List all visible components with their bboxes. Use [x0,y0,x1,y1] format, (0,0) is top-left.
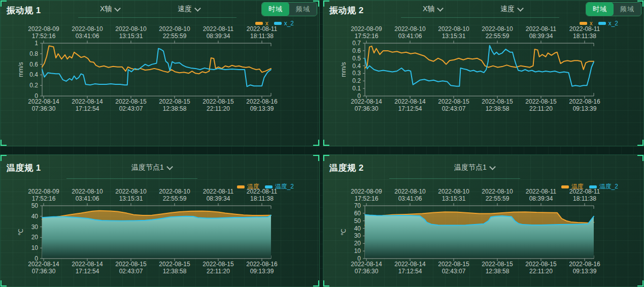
svg-text:40: 40 [354,225,361,232]
axis-select-dropdown[interactable]: X轴 [100,5,120,14]
legend-label: 温度 [571,182,584,191]
node-select-dropdown[interactable]: 温度节点1 [131,163,172,172]
corner-accent [323,140,329,146]
legend-item[interactable]: x [255,20,268,27]
metric-select-dropdown[interactable]: 速度 [178,5,200,14]
corner-accent [1,140,7,146]
svg-text:℃: ℃ [17,229,24,235]
svg-text:2022-08-14: 2022-08-14 [28,261,59,268]
axis-select-dropdown[interactable]: X轴 [423,5,443,14]
vibration-line-chart-1[interactable]: 2022-08-0917:52:162022-08-1003:41:062022… [1,23,310,124]
svg-text:07:36:30: 07:36:30 [32,105,56,112]
temperature-area-chart-2[interactable]: 2022-08-0917:52:162022-08-1003:41:062022… [323,185,633,287]
svg-text:2022-08-14: 2022-08-14 [28,98,59,105]
time-domain-button[interactable]: 时域 [586,3,614,16]
svg-text:03:41:06: 03:41:06 [76,33,99,40]
legend-swatch [255,22,263,25]
svg-text:0.7: 0.7 [352,40,361,47]
svg-text:18:11:38: 18:11:38 [250,33,274,40]
svg-text:2022-08-16: 2022-08-16 [246,261,278,268]
panel-vibration-2: 振动规 2 X轴 速度 时域 频域 x x_2 2022-08-0917:52:… [323,0,644,146]
svg-text:2022-08-14: 2022-08-14 [72,98,103,105]
svg-text:20: 20 [31,234,39,241]
svg-text:08:39:34: 08:39:34 [207,33,230,40]
legend-item[interactable]: 温度 [561,182,584,191]
corner-accent [637,280,643,286]
chevron-down-icon [166,164,173,170]
panel-title: 温度规 1 [7,162,41,174]
dropdown-value: 温度节点1 [454,163,487,172]
svg-text:2022-08-15: 2022-08-15 [202,98,234,105]
dropdown-value: 速度 [500,5,515,14]
metric-select-dropdown[interactable]: 速度 [500,5,523,14]
svg-text:13:15:31: 13:15:31 [119,33,143,40]
svg-text:2022-08-15: 2022-08-15 [438,261,469,268]
svg-text:2022-08-10: 2022-08-10 [438,188,469,195]
dropdown-value: 温度节点1 [131,163,164,172]
legend-item[interactable]: 温度 [237,182,259,191]
svg-text:2022-08-15: 2022-08-15 [159,261,190,268]
svg-text:mm/s: mm/s [17,62,24,77]
svg-text:2022-08-09: 2022-08-09 [351,25,382,33]
svg-text:2022-08-10: 2022-08-10 [72,188,103,195]
chevron-down-icon [437,5,444,12]
svg-text:2022-08-09: 2022-08-09 [28,188,59,195]
corner-accent [323,280,329,286]
svg-text:2022-08-09: 2022-08-09 [351,188,382,195]
panel-title: 温度规 2 [329,162,364,174]
legend-label: x_2 [284,20,294,27]
legend-item[interactable]: x_2 [598,20,618,27]
panel-title: 振动规 1 [7,5,41,16]
svg-text:07:36:30: 07:36:30 [355,105,379,112]
legend-item[interactable]: x [580,20,593,27]
svg-text:2022-08-11: 2022-08-11 [526,188,557,195]
svg-text:0.2: 0.2 [352,77,361,84]
corner-accent [313,155,319,161]
svg-text:0: 0 [357,255,361,262]
legend-swatch [598,22,606,25]
dropdown-value: X轴 [423,5,434,14]
temperature-area-chart-1[interactable]: 2022-08-0917:52:162022-08-1003:41:062022… [1,185,310,287]
time-domain-button[interactable]: 时域 [262,3,289,16]
svg-text:2022-08-14: 2022-08-14 [394,98,426,105]
svg-text:0.6: 0.6 [352,47,361,54]
svg-text:0.6: 0.6 [29,61,38,68]
svg-text:17:52:16: 17:52:16 [32,195,56,202]
legend-item[interactable]: x_2 [274,20,294,27]
svg-text:0.1: 0.1 [352,85,361,92]
svg-text:2022-08-10: 2022-08-10 [72,25,103,33]
legend-swatch [274,22,282,25]
corner-accent [637,155,643,161]
svg-text:10: 10 [31,244,39,251]
svg-text:60: 60 [354,210,361,217]
legend-item[interactable]: 温度_2 [265,182,294,191]
svg-text:2022-08-11: 2022-08-11 [203,188,234,195]
svg-text:22:55:59: 22:55:59 [163,33,187,40]
svg-text:2022-08-10: 2022-08-10 [159,25,190,33]
svg-text:17:52:16: 17:52:16 [355,33,379,40]
chevron-down-icon [114,5,121,12]
legend-label: x [590,20,593,27]
svg-text:03:41:06: 03:41:06 [398,195,422,202]
dropdown-underline [78,17,236,18]
frequency-domain-button[interactable]: 频域 [289,3,317,16]
mode-toggle-group: 时域 频域 [586,2,641,16]
frequency-domain-button[interactable]: 频域 [614,3,641,16]
node-select-dropdown[interactable]: 温度节点1 [454,163,495,172]
legend-item[interactable]: 温度_2 [589,182,618,191]
svg-text:17:12:54: 17:12:54 [398,105,422,112]
legend-label: 温度_2 [275,182,294,191]
svg-text:2022-08-15: 2022-08-15 [525,98,557,105]
svg-text:2022-08-15: 2022-08-15 [115,98,147,105]
svg-text:2022-08-15: 2022-08-15 [482,261,513,268]
corner-accent [1,155,7,161]
svg-text:09:13:39: 09:13:39 [250,268,274,275]
svg-text:18:11:38: 18:11:38 [250,195,274,202]
svg-text:2022-08-10: 2022-08-10 [482,188,513,195]
svg-text:17:12:54: 17:12:54 [76,268,99,275]
dashboard-grid: 振动规 1 X轴 速度 时域 频域 x x_2 2022-08-0917:52:… [0,0,644,287]
svg-text:50: 50 [31,202,39,209]
vibration-line-chart-2[interactable]: 2022-08-0917:52:162022-08-1003:41:062022… [323,23,633,124]
svg-text:2022-08-15: 2022-08-15 [438,98,469,105]
svg-text:03:41:06: 03:41:06 [398,33,422,40]
